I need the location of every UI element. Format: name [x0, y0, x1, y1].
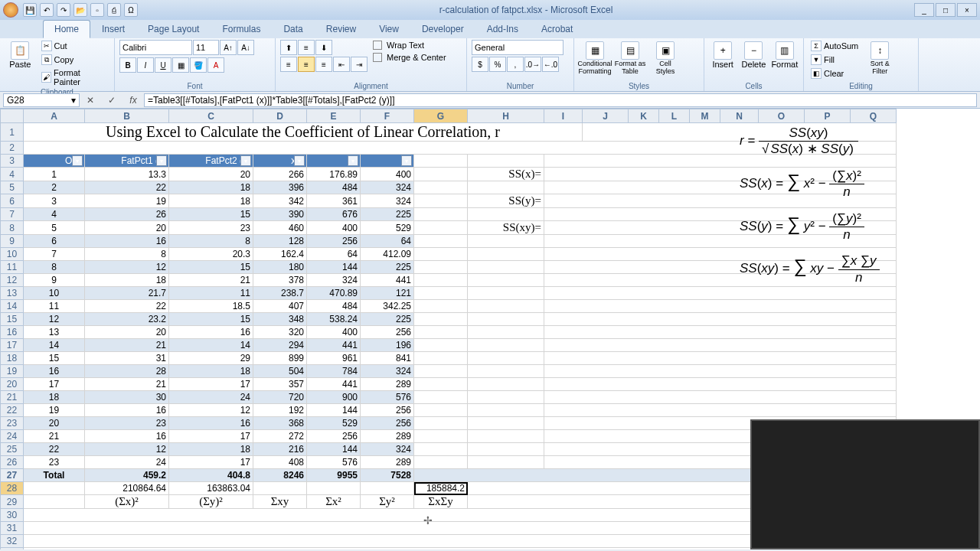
cell[interactable]: 357: [253, 378, 307, 391]
filter-dropdown-icon[interactable]: ▾: [348, 155, 358, 166]
cell[interactable]: [468, 365, 544, 378]
cell[interactable]: 676: [307, 208, 361, 221]
cell[interactable]: [468, 300, 544, 313]
cell[interactable]: 408: [253, 456, 307, 469]
table-header[interactable]: Obs▾: [24, 155, 85, 168]
cell[interactable]: 400: [361, 168, 414, 181]
cell[interactable]: [414, 417, 468, 430]
filter-dropdown-icon[interactable]: ▾: [401, 155, 412, 166]
font-name-input[interactable]: [119, 40, 192, 55]
cell[interactable]: 289: [361, 378, 414, 391]
cell[interactable]: Total: [24, 469, 85, 482]
cell[interactable]: [414, 365, 468, 378]
cell[interactable]: 128: [253, 235, 307, 248]
cell[interactable]: 459.2: [85, 469, 169, 482]
table-header[interactable]: y²▾: [361, 155, 414, 168]
cell[interactable]: 12: [85, 261, 169, 274]
increase-indent-button[interactable]: ⇥: [351, 57, 368, 72]
decrease-decimal-button[interactable]: ←.0: [542, 57, 559, 72]
col-header[interactable]: C: [169, 109, 253, 123]
cell[interactable]: 324: [361, 194, 414, 208]
cell-styles-button[interactable]: ▣Cell Styles: [649, 40, 681, 75]
cell[interactable]: 2: [24, 181, 85, 194]
increase-decimal-button[interactable]: .0→: [524, 57, 541, 72]
cell[interactable]: 13: [24, 326, 85, 339]
cell[interactable]: 17: [169, 456, 253, 469]
align-bottom-button[interactable]: ⬇: [315, 40, 332, 55]
col-header[interactable]: L: [659, 109, 690, 123]
cell[interactable]: [414, 181, 468, 194]
cell[interactable]: 216: [253, 443, 307, 456]
cell[interactable]: 390: [253, 208, 307, 221]
cell[interactable]: 484: [307, 300, 361, 313]
cell[interactable]: 31: [85, 352, 169, 365]
cell[interactable]: 4: [24, 208, 85, 221]
cell[interactable]: 324: [307, 274, 361, 287]
cell[interactable]: 400: [307, 326, 361, 339]
cell[interactable]: 484: [307, 181, 361, 194]
cell[interactable]: [414, 378, 468, 391]
tab-review[interactable]: Review: [315, 20, 368, 38]
tab-page-layout[interactable]: Page Layout: [136, 20, 211, 38]
redo-icon[interactable]: ↷: [57, 3, 70, 17]
cell[interactable]: 15: [24, 352, 85, 365]
ss-label[interactable]: [468, 155, 544, 168]
cell[interactable]: 18.5: [169, 300, 253, 313]
cell[interactable]: 18: [169, 181, 253, 194]
cell[interactable]: 576: [361, 391, 414, 404]
cell[interactable]: 1: [24, 168, 85, 181]
cell[interactable]: 441: [307, 339, 361, 352]
col-header[interactable]: B: [85, 109, 169, 123]
cell[interactable]: [544, 391, 897, 404]
cell[interactable]: [468, 313, 544, 326]
cell[interactable]: 225: [361, 261, 414, 274]
comma-button[interactable]: ,: [507, 57, 524, 72]
font-size-input[interactable]: [193, 40, 219, 55]
cell[interactable]: 15: [169, 261, 253, 274]
cell[interactable]: 14: [169, 339, 253, 352]
italic-button[interactable]: I: [137, 57, 154, 73]
filter-dropdown-icon[interactable]: ▾: [156, 155, 167, 166]
cell[interactable]: 18: [169, 443, 253, 456]
cell[interactable]: 16: [24, 365, 85, 378]
cell[interactable]: [468, 208, 544, 221]
cell[interactable]: 12: [85, 443, 169, 456]
decrease-indent-button[interactable]: ⇤: [333, 57, 350, 72]
cell[interactable]: [544, 339, 897, 352]
cell[interactable]: [414, 194, 468, 208]
cell[interactable]: 16: [85, 404, 169, 417]
fx-button[interactable]: fx: [126, 95, 141, 106]
cell[interactable]: 15: [169, 208, 253, 221]
col-header[interactable]: M: [690, 109, 720, 123]
cell[interactable]: 320: [253, 326, 307, 339]
font-color-button[interactable]: A: [207, 57, 224, 73]
cell[interactable]: 18: [169, 365, 253, 378]
cell[interactable]: 9: [24, 274, 85, 287]
cell[interactable]: 504: [253, 365, 307, 378]
cell[interactable]: [414, 274, 468, 287]
cell[interactable]: [468, 274, 544, 287]
cell[interactable]: ΣxΣy: [414, 495, 468, 509]
align-left-button[interactable]: ≡: [280, 57, 297, 72]
cell[interactable]: 400: [307, 221, 361, 235]
cell[interactable]: [414, 443, 468, 456]
cell[interactable]: 26: [85, 208, 169, 221]
cell[interactable]: [414, 287, 468, 300]
clear-button[interactable]: ◧Clear: [808, 67, 861, 80]
cell[interactable]: 256: [307, 235, 361, 248]
sort-filter-button[interactable]: ↕Sort & Filter: [864, 40, 896, 75]
cell[interactable]: [414, 248, 468, 261]
cell[interactable]: 21: [85, 339, 169, 352]
cell[interactable]: 841: [361, 352, 414, 365]
cell[interactable]: [544, 326, 897, 339]
cell[interactable]: 28: [85, 365, 169, 378]
cell[interactable]: 256: [361, 404, 414, 417]
cell[interactable]: 23: [24, 456, 85, 469]
close-button[interactable]: ×: [957, 3, 977, 17]
cell[interactable]: [414, 313, 468, 326]
cell[interactable]: 21.7: [85, 287, 169, 300]
col-header[interactable]: P: [805, 109, 851, 123]
cell[interactable]: 378: [253, 274, 307, 287]
cell[interactable]: [468, 378, 544, 391]
border-button[interactable]: ▦: [172, 57, 189, 73]
